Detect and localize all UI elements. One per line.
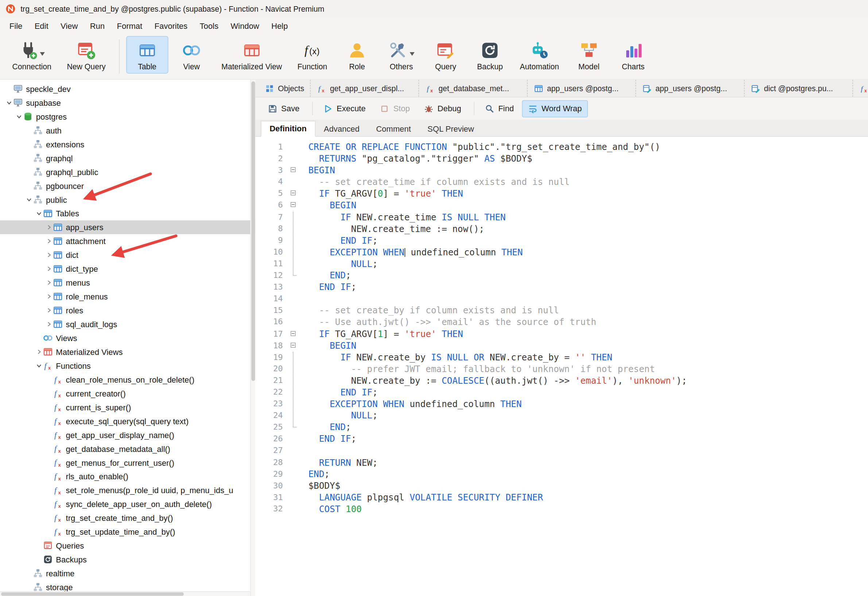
doc-tab-get-database-met[interactable]: fxget_database_met... <box>419 80 528 97</box>
chevron-right-icon[interactable] <box>44 238 53 243</box>
tree-item-current-is-super[interactable]: fxcurrent_is_super() <box>0 400 255 414</box>
code-editor[interactable]: 1234567891011121314151617181920212223242… <box>255 137 868 596</box>
tab-sql-preview[interactable]: SQL Preview <box>419 122 482 137</box>
chevron-right-icon[interactable] <box>44 322 53 327</box>
tree-item-attachment[interactable]: attachment <box>0 234 255 248</box>
tree-item-speckle-dev[interactable]: speckle_dev <box>0 82 255 96</box>
editor-save-button[interactable]: Save <box>262 100 306 117</box>
sidebar-vertical-scrollbar[interactable] <box>250 80 255 596</box>
chevron-down-icon[interactable] <box>14 114 23 119</box>
tree-item-rls-auto-enable[interactable]: fxrls_auto_enable() <box>0 469 255 483</box>
menu-item-run[interactable]: Run <box>84 19 111 32</box>
tab-definition[interactable]: Definition <box>261 121 316 137</box>
toolbar-materialized-view-button[interactable]: Materialized View <box>215 36 289 74</box>
doc-tab-partial[interactable]: fx <box>853 80 868 97</box>
horizontal-scrollbar-thumb[interactable] <box>1 592 184 596</box>
tree-item-graphql[interactable]: graphql <box>0 151 255 165</box>
chevron-right-icon[interactable] <box>34 349 43 354</box>
chevron-right-icon[interactable] <box>44 307 53 313</box>
menu-item-help[interactable]: Help <box>265 19 294 32</box>
tree-item-sql-audit-logs[interactable]: sql_audit_logs <box>0 317 255 331</box>
tree-item-trg-set-update-time-and-by[interactable]: fxtrg_set_update_time_and_by() <box>0 525 255 539</box>
fold-toggle-icon[interactable] <box>287 199 301 211</box>
fold-toggle-icon[interactable] <box>287 165 301 176</box>
toolbar-backup-button[interactable]: Backup <box>469 36 511 74</box>
chevron-right-icon[interactable] <box>44 266 53 271</box>
toolbar-model-button[interactable]: Model <box>568 36 610 74</box>
tree-item-execute-sql-query-sql-query-text[interactable]: fxexecute_sql_query(sql_query text) <box>0 414 255 428</box>
tree-item-dict[interactable]: dict <box>0 248 255 262</box>
menu-item-file[interactable]: File <box>3 19 28 32</box>
menu-item-window[interactable]: Window <box>225 19 266 32</box>
chevron-right-icon[interactable] <box>44 224 53 230</box>
tree-item-realtime[interactable]: realtime <box>0 566 255 580</box>
editor-word-wrap-button[interactable]: Word Wrap <box>522 100 588 117</box>
menu-item-view[interactable]: View <box>54 19 84 32</box>
toolbar-automation-button[interactable]: Automation <box>513 36 566 74</box>
chevron-down-icon[interactable] <box>34 363 43 369</box>
doc-tab-app-users-postg[interactable]: app_users @postg... <box>636 80 744 97</box>
toolbar-view-button[interactable]: View <box>170 36 212 74</box>
sidebar-horizontal-scrollbar[interactable] <box>0 591 250 596</box>
tree-item-get-database-metadata-all[interactable]: fxget_database_metadata_all() <box>0 442 255 456</box>
dropdown-caret[interactable] <box>410 49 415 53</box>
toolbar-new-query-button[interactable]: New Query <box>60 36 112 74</box>
tree-item-role-menus[interactable]: role_menus <box>0 290 255 304</box>
doc-tab-get-app-user-displ[interactable]: fxget_app_user_displ... <box>311 80 419 97</box>
toolbar-charts-button[interactable]: Charts <box>612 36 654 74</box>
fold-toggle-icon[interactable] <box>287 339 301 351</box>
tree-item-postgres[interactable]: postgres <box>0 110 255 124</box>
toolbar-query-button[interactable]: Query <box>425 36 466 74</box>
chevron-right-icon[interactable] <box>44 280 53 285</box>
tree-item-set-role-menus-p-role-id-uuid-p-menu-ids-u[interactable]: fxset_role_menus(p_role_id uuid, p_menu_… <box>0 483 255 497</box>
menu-item-favorites[interactable]: Favorites <box>148 19 194 32</box>
toolbar-connection-button[interactable]: Connection <box>6 36 58 74</box>
menu-item-tools[interactable]: Tools <box>194 19 225 32</box>
doc-tab-objects[interactable]: Objects <box>258 80 311 97</box>
toolbar-table-button[interactable]: Table <box>126 36 168 74</box>
chevron-down-icon[interactable] <box>34 211 43 216</box>
editor-execute-button[interactable]: Execute <box>317 100 372 117</box>
dropdown-caret[interactable] <box>40 49 45 53</box>
tab-comment[interactable]: Comment <box>368 122 419 137</box>
tree-item-auth[interactable]: auth <box>0 123 255 137</box>
tree-item-public[interactable]: public <box>0 193 255 207</box>
tree-item-queries[interactable]: Queries <box>0 539 255 553</box>
tree-item-menus[interactable]: menus <box>0 276 255 290</box>
menu-item-edit[interactable]: Edit <box>28 19 54 32</box>
connection-tree[interactable]: speckle_devsupabasepostgresauthextension… <box>0 80 255 594</box>
tree-item-sync-delete-app-user-on-auth-delete[interactable]: fxsync_delete_app_user_on_auth_delete() <box>0 497 255 511</box>
tree-item-get-menus-for-current-user[interactable]: fxget_menus_for_current_user() <box>0 456 255 469</box>
tree-item-app-users[interactable]: app_users <box>0 220 255 234</box>
menu-item-format[interactable]: Format <box>111 19 148 32</box>
tree-item-roles[interactable]: roles <box>0 304 255 317</box>
toolbar-role-button[interactable]: Role <box>336 36 378 74</box>
tree-item-get-app-user-display-name[interactable]: fxget_app_user_display_name() <box>0 428 255 442</box>
chevron-down-icon[interactable] <box>4 100 13 105</box>
chevron-down-icon[interactable] <box>24 197 33 202</box>
tree-item-extensions[interactable]: extensions <box>0 137 255 151</box>
tree-item-graphql-public[interactable]: graphql_public <box>0 165 255 179</box>
tree-item-backups[interactable]: Backups <box>0 553 255 566</box>
toolbar-function-button[interactable]: f(x)Function <box>291 36 334 74</box>
tree-item-supabase[interactable]: supabase <box>0 96 255 110</box>
tree-item-materialized-views[interactable]: Materialized Views <box>0 345 255 359</box>
tree-item-trg-set-create-time-and-by[interactable]: fxtrg_set_create_time_and_by() <box>0 511 255 525</box>
toolbar-others-button[interactable]: Others <box>380 36 422 74</box>
doc-tab-dict-postgres-pu[interactable]: dict @postgres.pu... <box>745 80 853 97</box>
vertical-scrollbar-thumb[interactable] <box>251 81 255 381</box>
tree-item-dict-type[interactable]: dict_type <box>0 262 255 276</box>
chevron-right-icon[interactable] <box>44 252 53 258</box>
fold-toggle-icon[interactable] <box>287 188 301 199</box>
tree-item-clean-role-menus-on-role-delete[interactable]: fxclean_role_menus_on_role_delete() <box>0 373 255 387</box>
tree-item-tables[interactable]: Tables <box>0 207 255 220</box>
chevron-right-icon[interactable] <box>44 294 53 299</box>
fold-toggle-icon[interactable] <box>287 328 301 339</box>
tree-item-current-creator[interactable]: fxcurrent_creator() <box>0 386 255 400</box>
tree-item-functions[interactable]: fxFunctions <box>0 359 255 373</box>
tab-advanced[interactable]: Advanced <box>316 122 368 137</box>
editor-find-button[interactable]: Find <box>479 100 520 117</box>
doc-tab-app-users-postg[interactable]: app_users @postg... <box>528 80 636 97</box>
tree-item-pgbouncer[interactable]: pgbouncer <box>0 179 255 193</box>
code-content[interactable]: CREATE OR REPLACE FUNCTION "public"."trg… <box>301 137 868 596</box>
